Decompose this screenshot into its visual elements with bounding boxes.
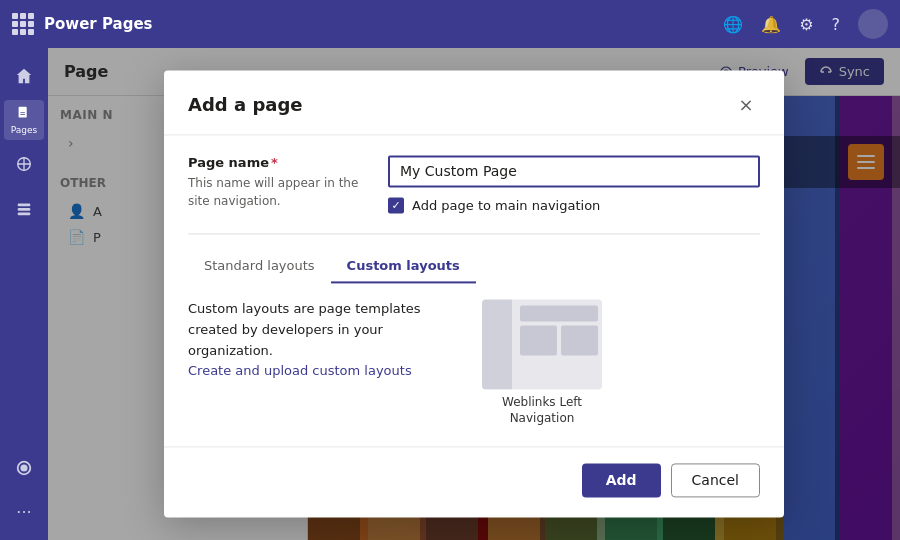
page-name-row: Page name* This name will appear in the … [188, 155, 760, 213]
top-bar: Power Pages 🌐 🔔 ⚙ ? [0, 0, 900, 48]
bell-icon[interactable]: 🔔 [761, 15, 781, 34]
app-title: Power Pages [44, 15, 713, 33]
sidebar-item-setup[interactable] [4, 448, 44, 488]
svg-rect-5 [18, 208, 31, 211]
svg-rect-0 [19, 107, 27, 118]
nav-checkbox-row: ✓ Add page to main navigation [388, 197, 760, 213]
thumb-block-row [520, 325, 598, 355]
create-upload-link[interactable]: Create and upload custom layouts [188, 364, 412, 379]
cancel-button[interactable]: Cancel [671, 464, 760, 498]
page-name-label-area: Page name* This name will appear in the … [188, 155, 368, 213]
svg-rect-4 [18, 204, 31, 207]
layout-thumbnails: Weblinks LeftNavigation [482, 299, 760, 426]
required-marker: * [271, 155, 278, 170]
thumb-block-left [520, 325, 557, 355]
svg-rect-2 [20, 114, 25, 115]
top-bar-icons: 🌐 🔔 ⚙ ? [723, 9, 888, 39]
sidebar-item-styling[interactable] [4, 144, 44, 184]
sidebar-pages-label: Pages [11, 125, 37, 135]
modal-close-button[interactable]: × [732, 90, 760, 118]
modal-title: Add a page [188, 94, 303, 115]
sidebar-item-more[interactable]: ··· [4, 492, 44, 532]
user-avatar[interactable] [858, 9, 888, 39]
sidebar: Pages ··· [0, 48, 48, 540]
thumb-content [516, 299, 602, 389]
thumb-nav-left-preview [482, 299, 602, 389]
modal-header: Add a page × [164, 70, 784, 135]
settings-icon[interactable]: ⚙ [799, 15, 813, 34]
sidebar-item-data[interactable] [4, 188, 44, 228]
globe-icon[interactable]: 🌐 [723, 15, 743, 34]
svg-rect-1 [20, 112, 25, 113]
custom-layout-description: Custom layouts are page templates create… [188, 299, 466, 426]
layout-thumb-preview [482, 299, 602, 389]
layout-content: Custom layouts are page templates create… [188, 299, 760, 426]
app-grid-icon[interactable] [12, 13, 34, 35]
add-button[interactable]: Add [582, 464, 661, 498]
sidebar-item-home[interactable] [4, 56, 44, 96]
svg-rect-6 [18, 213, 31, 216]
sidebar-item-pages[interactable]: Pages [4, 100, 44, 140]
modal-divider [188, 233, 760, 234]
modal-body: Page name* This name will appear in the … [164, 135, 784, 446]
tab-custom-layouts[interactable]: Custom layouts [331, 250, 476, 283]
layout-tabs: Standard layouts Custom layouts [188, 250, 760, 283]
tab-standard-layouts[interactable]: Standard layouts [188, 250, 331, 283]
weblinks-left-nav-layout[interactable]: Weblinks LeftNavigation [482, 299, 602, 426]
add-page-dialog: Add a page × Page name* This name will a… [164, 70, 784, 517]
checkbox-label: Add page to main navigation [412, 198, 600, 213]
page-name-input-area: ✓ Add page to main navigation [388, 155, 760, 213]
thumb-block-right [561, 325, 598, 355]
modal-footer: Add Cancel [164, 447, 784, 518]
page-name-input[interactable] [388, 155, 760, 187]
content-area: Page Preview Sync Main n [48, 48, 900, 540]
checkmark-icon: ✓ [391, 200, 400, 211]
help-icon[interactable]: ? [832, 15, 841, 34]
page-name-hint: This name will appear in the site naviga… [188, 174, 368, 210]
thumb-block-top [520, 305, 598, 321]
layout-thumb-label: Weblinks LeftNavigation [502, 395, 582, 426]
add-to-nav-checkbox[interactable]: ✓ [388, 197, 404, 213]
page-name-label: Page name* [188, 155, 368, 170]
thumb-sidebar [482, 299, 512, 389]
